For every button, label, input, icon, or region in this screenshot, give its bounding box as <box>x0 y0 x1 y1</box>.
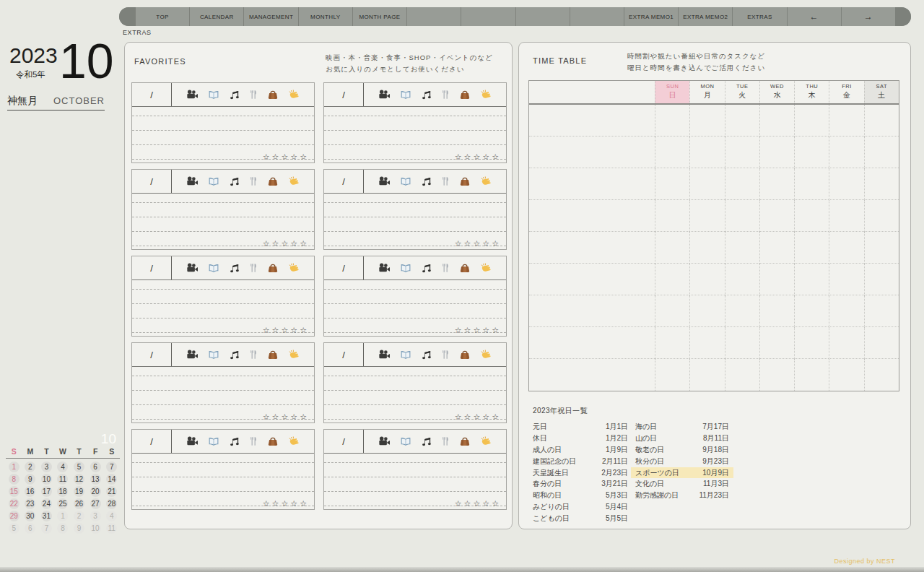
favorite-rating-stars[interactable]: ☆☆☆☆☆ <box>263 326 309 335</box>
mini-calendar-day[interactable]: 7 <box>41 523 52 534</box>
timetable-cell[interactable] <box>759 327 794 359</box>
timetable-cell[interactable] <box>689 200 724 232</box>
timetable-cell[interactable] <box>829 168 863 200</box>
timetable-time-cell[interactable] <box>529 200 655 232</box>
favorite-date-field[interactable]: / <box>324 343 364 366</box>
timetable-cell[interactable] <box>655 105 689 136</box>
timetable-cell[interactable] <box>794 105 829 136</box>
nav-tab-blank[interactable] <box>570 7 624 26</box>
mini-calendar-day[interactable]: 14 <box>106 474 117 485</box>
timetable-time-cell[interactable] <box>529 232 655 264</box>
nav-tab-management[interactable]: MANAGEMENT <box>243 7 297 26</box>
mini-calendar-day[interactable]: 5 <box>74 462 84 472</box>
mini-calendar-day[interactable]: 30 <box>25 511 35 521</box>
favorite-rating-stars[interactable]: ☆☆☆☆☆ <box>455 239 501 248</box>
nav-forward-button[interactable]: → <box>841 7 895 26</box>
timetable-time-cell[interactable] <box>529 295 655 327</box>
timetable-cell[interactable] <box>864 232 899 264</box>
nav-tab-blank[interactable] <box>515 7 570 26</box>
mini-calendar-day[interactable]: 7 <box>106 462 117 472</box>
timetable-cell[interactable] <box>725 136 759 168</box>
timetable-cell[interactable] <box>794 200 829 232</box>
timetable-cell[interactable] <box>689 264 724 295</box>
favorite-rating-stars[interactable]: ☆☆☆☆☆ <box>455 412 501 422</box>
mini-calendar-day[interactable]: 10 <box>41 474 52 485</box>
mini-calendar-day[interactable]: 11 <box>106 523 117 534</box>
timetable-time-cell[interactable] <box>529 136 655 168</box>
timetable-cell[interactable] <box>864 327 899 359</box>
favorite-date-field[interactable]: / <box>132 256 172 280</box>
timetable-cell[interactable] <box>759 136 794 168</box>
timetable-cell[interactable] <box>794 359 829 391</box>
timetable-cell[interactable] <box>794 327 829 359</box>
mini-calendar-day[interactable]: 21 <box>106 486 117 497</box>
nav-back-button[interactable]: ← <box>787 7 841 26</box>
favorite-rating-stars[interactable]: ☆☆☆☆☆ <box>455 152 501 162</box>
timetable-cell[interactable] <box>759 232 794 264</box>
mini-calendar-day[interactable]: 9 <box>74 523 84 534</box>
mini-calendar-day[interactable]: 9 <box>25 474 35 485</box>
mini-calendar-day[interactable]: 8 <box>57 523 68 534</box>
nav-tab-extra-memo2[interactable]: EXTRA MEMO2 <box>678 7 732 26</box>
favorite-rating-stars[interactable]: ☆☆☆☆☆ <box>455 326 501 335</box>
mini-calendar-day[interactable]: 22 <box>9 498 19 509</box>
timetable-cell[interactable] <box>689 168 724 200</box>
timetable-cell[interactable] <box>759 200 794 232</box>
timetable-cell[interactable] <box>864 200 899 232</box>
timetable-cell[interactable] <box>725 327 759 359</box>
mini-calendar-day[interactable]: 6 <box>25 523 35 534</box>
mini-calendar-day[interactable]: 24 <box>41 498 52 509</box>
timetable-cell[interactable] <box>759 105 794 136</box>
mini-calendar-day[interactable]: 15 <box>9 486 19 497</box>
favorite-date-field[interactable]: / <box>132 343 172 366</box>
nav-tab-top[interactable]: TOP <box>135 7 189 26</box>
favorite-rating-stars[interactable]: ☆☆☆☆☆ <box>263 152 309 162</box>
timetable-cell[interactable] <box>864 105 899 136</box>
timetable-cell[interactable] <box>655 295 689 327</box>
timetable-cell[interactable] <box>829 232 863 264</box>
mini-calendar-day[interactable]: 4 <box>57 462 68 472</box>
nav-tab-month-page[interactable]: MONTH PAGE <box>352 7 406 26</box>
timetable-cell[interactable] <box>759 359 794 391</box>
favorite-date-field[interactable]: / <box>132 170 172 193</box>
mini-calendar-day[interactable]: 28 <box>106 498 117 509</box>
timetable-cell[interactable] <box>655 200 689 232</box>
nav-tab-blank[interactable] <box>406 7 461 26</box>
timetable-cell[interactable] <box>655 359 689 391</box>
timetable-cell[interactable] <box>689 327 724 359</box>
mini-calendar-day[interactable]: 1 <box>9 462 19 472</box>
favorite-date-field[interactable]: / <box>324 83 364 106</box>
favorite-date-field[interactable]: / <box>132 83 172 106</box>
timetable-cell[interactable] <box>655 264 689 295</box>
timetable-cell[interactable] <box>655 327 689 359</box>
timetable-cell[interactable] <box>829 136 863 168</box>
timetable-cell[interactable] <box>725 359 759 391</box>
mini-calendar-day[interactable]: 10 <box>90 523 101 534</box>
favorite-rating-stars[interactable]: ☆☆☆☆☆ <box>455 499 501 508</box>
favorite-date-field[interactable]: / <box>324 430 364 453</box>
mini-calendar-day[interactable]: 2 <box>25 462 35 472</box>
timetable-time-cell[interactable] <box>529 105 655 136</box>
mini-calendar-day[interactable]: 2 <box>74 511 84 521</box>
nav-tab-blank[interactable] <box>461 7 515 26</box>
timetable-time-cell[interactable] <box>529 264 655 295</box>
timetable-cell[interactable] <box>725 105 759 136</box>
timetable-cell[interactable] <box>794 295 829 327</box>
timetable-cell[interactable] <box>689 359 724 391</box>
mini-calendar-day[interactable]: 16 <box>25 486 35 497</box>
mini-calendar-day[interactable]: 20 <box>90 486 101 497</box>
timetable-cell[interactable] <box>725 168 759 200</box>
timetable-cell[interactable] <box>864 359 899 391</box>
timetable-cell[interactable] <box>725 200 759 232</box>
mini-calendar-day[interactable]: 5 <box>9 523 19 534</box>
mini-calendar-day[interactable]: 25 <box>57 498 68 509</box>
timetable-cell[interactable] <box>864 168 899 200</box>
timetable-cell[interactable] <box>864 264 899 295</box>
timetable-cell[interactable] <box>829 264 863 295</box>
favorite-date-field[interactable]: / <box>132 430 172 453</box>
mini-calendar-day[interactable]: 23 <box>25 498 35 509</box>
timetable-cell[interactable] <box>689 136 724 168</box>
favorite-date-field[interactable]: / <box>324 170 364 193</box>
timetable-time-cell[interactable] <box>529 327 655 359</box>
mini-calendar-day[interactable]: 6 <box>90 462 101 472</box>
